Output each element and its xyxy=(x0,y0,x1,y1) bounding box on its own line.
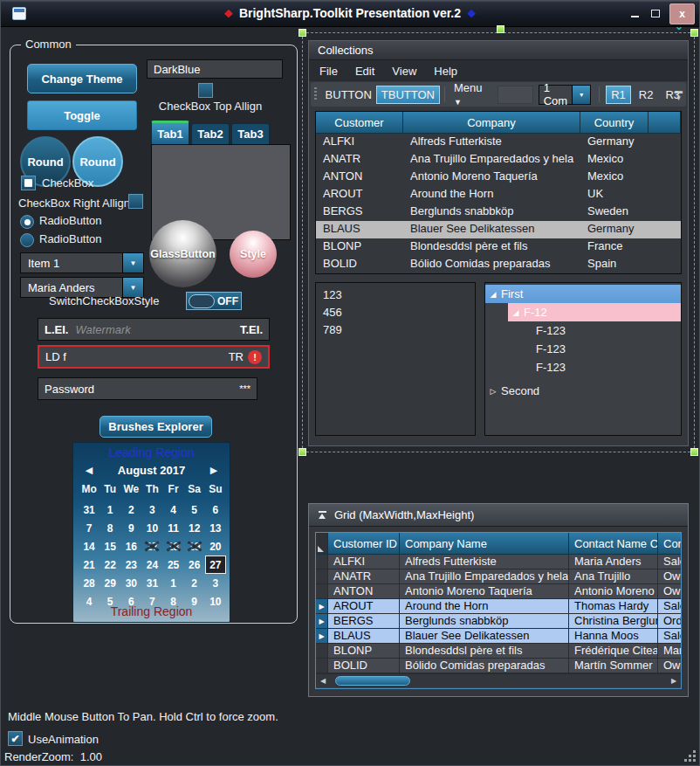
listview-row[interactable]: ALFKIAlfreds FutterkisteGermany xyxy=(316,134,681,151)
toolbar-grip-icon[interactable] xyxy=(314,87,317,101)
listview-row[interactable]: ANTONAntonio Moreno TaqueríaMexico xyxy=(316,169,681,186)
row-header[interactable] xyxy=(316,569,328,583)
maximize-button[interactable] xyxy=(649,5,662,21)
calendar-day[interactable]: 15 xyxy=(100,537,120,556)
listview-row[interactable]: ANATRAna Trujillo Emparedados y helaMexi… xyxy=(316,151,681,169)
error-textbox[interactable]: LD f TR ! xyxy=(38,345,270,369)
style-button[interactable]: Style xyxy=(230,231,277,278)
calendar-day[interactable]: 9 xyxy=(120,519,141,537)
darkblue-textbox[interactable]: DarkBlue xyxy=(147,59,283,79)
resize-grip-icon[interactable] xyxy=(683,749,696,762)
column-header-customer-id[interactable]: Customer ID xyxy=(328,533,400,555)
calendar-day[interactable]: 25 xyxy=(163,556,184,574)
glass-button[interactable]: GlassButton xyxy=(149,220,216,287)
calendar-day[interactable]: 3 xyxy=(141,500,162,519)
datagrid-row[interactable]: ALFKIAlfreds FutterkisteMaria AndersSale… xyxy=(316,555,681,569)
calendar-day[interactable]: 2 xyxy=(184,574,205,592)
row-header[interactable]: ▶ xyxy=(316,614,328,628)
toolbar-menu-button[interactable]: Menu ▼ xyxy=(450,79,492,109)
toolbar-radio-r2[interactable]: R2 xyxy=(635,86,658,103)
calendar-day[interactable]: 13 xyxy=(205,519,226,537)
calendar-next-button[interactable]: ▶ xyxy=(198,465,230,476)
calendar-day[interactable]: 18 xyxy=(163,537,184,556)
tree-item[interactable]: F-123 xyxy=(485,358,681,376)
datagrid-row[interactable]: BLONPBlondesddsl père et filsFrédérique … xyxy=(316,644,681,659)
chevron-down-icon[interactable]: ▼ xyxy=(122,253,143,273)
tree-item-f12-selected[interactable]: ◢F-12 xyxy=(508,303,681,321)
row-header[interactable] xyxy=(316,644,328,658)
listview-row[interactable]: BLAUSBlauer See DelikatessenGermany xyxy=(316,221,681,238)
radio-button-unselected[interactable] xyxy=(20,233,34,247)
tree-item-first[interactable]: ◢First xyxy=(485,285,681,303)
listview-row[interactable]: BLONPBlondesddsl père et filsFrance xyxy=(316,238,681,256)
tree-collapsed-icon[interactable]: ▷ xyxy=(485,387,501,396)
calendar-prev-button[interactable]: ◀ xyxy=(73,465,105,476)
calendar-day[interactable]: 3 xyxy=(205,574,226,592)
resize-handle-icon[interactable] xyxy=(690,448,698,456)
resize-handle-icon[interactable] xyxy=(299,29,306,37)
row-header[interactable] xyxy=(316,659,328,673)
calendar-day[interactable]: 28 xyxy=(79,574,100,592)
calendar-day[interactable]: 23 xyxy=(120,556,141,574)
tree-expanded-icon[interactable]: ◢ xyxy=(485,290,501,299)
datagrid-row[interactable]: ANATRAna Trujillo Emparedados y heladosA… xyxy=(316,569,681,584)
listview-row[interactable]: BERGSBerglunds snabbköpSweden xyxy=(316,204,681,221)
horizontal-scrollbar[interactable]: ◀ ▶ xyxy=(316,673,681,687)
toolbar-button[interactable]: BUTTON xyxy=(321,86,376,103)
column-header-customer[interactable]: Customer xyxy=(316,112,403,134)
row-header[interactable] xyxy=(316,555,328,569)
calendar-day[interactable]: 27 xyxy=(205,556,226,574)
tab-tab1[interactable]: Tab1 xyxy=(151,121,189,144)
scrollbar-thumb[interactable] xyxy=(335,676,410,686)
column-header-contact-title[interactable]: Cont xyxy=(658,533,681,555)
row-header[interactable]: ▶ xyxy=(316,599,328,613)
datagrid-row[interactable]: ▶AROUTAround the HornThomas HardySales xyxy=(316,599,681,614)
menu-file[interactable]: File xyxy=(311,65,347,78)
calendar-day[interactable]: 20 xyxy=(205,537,226,556)
collapse-icon[interactable] xyxy=(318,510,327,521)
toolbar-combobox[interactable]: 1 Com ▼ xyxy=(539,85,591,105)
calendar-day[interactable]: 7 xyxy=(79,519,100,537)
calendar-day[interactable]: 29 xyxy=(100,574,120,592)
calendar-day[interactable]: 30 xyxy=(120,574,141,592)
calendar-day[interactable]: 4 xyxy=(163,500,184,519)
title-bar[interactable]: ❖BrightSharp.Toolkit Presentation ver.2❖… xyxy=(1,1,699,27)
collections-title-bar[interactable]: Collections xyxy=(309,41,688,60)
tree-item[interactable]: F-123 xyxy=(485,340,681,358)
tab-tab3[interactable]: Tab3 xyxy=(231,123,270,144)
row-header[interactable] xyxy=(316,584,328,598)
tree-expanded-icon[interactable]: ◢ xyxy=(508,308,524,317)
password-field[interactable]: Password *** xyxy=(38,377,257,400)
radio-button-selected[interactable] xyxy=(20,215,34,229)
column-header-country[interactable]: Country xyxy=(580,112,649,134)
tab-tab2[interactable]: Tab2 xyxy=(191,123,230,144)
column-header-contact-name[interactable]: Contact Name CN xyxy=(569,533,658,555)
use-animation-checkbox[interactable]: ✔ xyxy=(8,731,23,746)
checkbox-top-align[interactable] xyxy=(198,83,213,98)
calendar-day[interactable]: 24 xyxy=(141,556,162,574)
list-item[interactable]: 789 xyxy=(316,321,475,338)
tree-item-second[interactable]: ▷Second xyxy=(485,382,681,400)
column-header-company[interactable]: Company xyxy=(403,112,580,134)
checkbox-right-align[interactable] xyxy=(128,194,143,209)
calendar[interactable]: Leading Region ◀ August 2017 ▶ MoTuWeThF… xyxy=(72,442,230,623)
list-item[interactable]: 456 xyxy=(316,303,475,321)
listview-row[interactable]: AROUTAround the HornUK xyxy=(316,186,681,204)
row-header[interactable]: ▶ xyxy=(316,629,328,643)
scroll-left-icon[interactable]: ◀ xyxy=(316,677,330,685)
datagrid-row[interactable]: BOLIDBólido Comidas preparadasMartín Som… xyxy=(316,659,681,673)
calendar-day[interactable]: 5 xyxy=(184,500,205,519)
datagrid-row[interactable]: ▶BLAUSBlauer See DelikatessenHanna MoosS… xyxy=(316,629,681,644)
minimize-button[interactable] xyxy=(628,5,642,21)
calendar-day[interactable]: 21 xyxy=(79,556,100,574)
listview-row[interactable]: BOLIDBólido Comidas preparadasSpain xyxy=(316,256,681,273)
toggle-button[interactable]: Toggle xyxy=(27,100,137,130)
calendar-day[interactable]: 17 xyxy=(141,537,162,556)
calendar-day[interactable]: 26 xyxy=(184,556,205,574)
select-all-corner[interactable] xyxy=(316,533,328,555)
change-theme-button[interactable]: Change Theme xyxy=(27,64,137,93)
scroll-right-icon[interactable]: ▶ xyxy=(667,677,681,685)
calendar-day[interactable]: 16 xyxy=(120,537,141,556)
brushes-explorer-button[interactable]: Brushes Explorer xyxy=(100,416,212,438)
checkbox-checked[interactable] xyxy=(21,176,36,190)
